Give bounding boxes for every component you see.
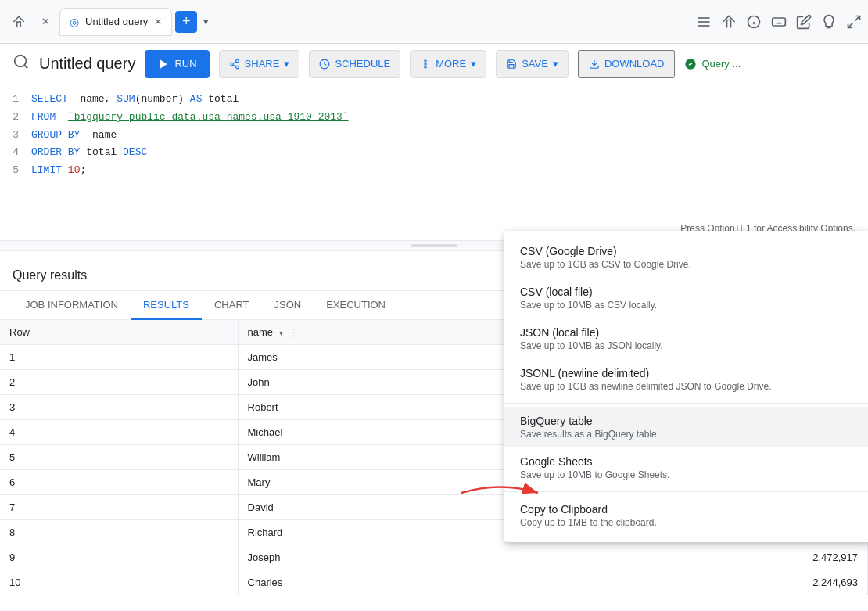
tab-results[interactable]: RESULTS bbox=[131, 291, 202, 320]
tab-more-button[interactable]: ▾ bbox=[203, 16, 209, 27]
info-icon[interactable] bbox=[746, 14, 762, 30]
tab-close-icon[interactable]: ✕ bbox=[154, 16, 162, 27]
more-button[interactable]: MORE ▾ bbox=[410, 50, 486, 78]
dropdown-item-desc: Save up to 1GB as CSV to Google Drive. bbox=[520, 259, 856, 270]
editor-line-3: 3 GROUP BY name bbox=[0, 127, 868, 145]
results-title: Query results bbox=[13, 268, 87, 282]
tab-chart[interactable]: CHART bbox=[202, 291, 262, 320]
save-button[interactable]: SAVE ▾ bbox=[496, 50, 569, 78]
download-button[interactable]: DOWNLOAD bbox=[578, 50, 676, 78]
svg-rect-6 bbox=[773, 18, 786, 26]
svg-point-25 bbox=[425, 59, 426, 61]
dropdown-item-desc: Save up to 1GB as newline delimited JSON… bbox=[520, 381, 856, 392]
dropdown-item-6[interactable]: Copy to ClipboardCopy up to 1MB to the c… bbox=[504, 495, 868, 536]
query-status: Query ... bbox=[684, 58, 741, 70]
col-header-row[interactable]: Row ⋮ bbox=[0, 320, 238, 345]
tab-label: Untitled query bbox=[85, 16, 148, 27]
query-search-icon bbox=[13, 53, 30, 74]
dropdown-item-title: Copy to Clipboard bbox=[520, 503, 856, 516]
editor-line-4: 4 ORDER BY total DESC bbox=[0, 144, 868, 162]
query-tab[interactable]: ◎ Untitled query ✕ bbox=[59, 8, 172, 36]
dropdown-item-title: CSV (local file) bbox=[520, 286, 856, 298]
tab-json[interactable]: JSON bbox=[261, 291, 314, 320]
schedule-button[interactable]: SCHEDULE bbox=[309, 50, 400, 78]
dropdown-item-title: Google Sheets bbox=[520, 455, 856, 468]
editor-line-5: 5 LIMIT 10; bbox=[0, 162, 868, 180]
svg-point-20 bbox=[235, 66, 239, 69]
new-tab-icon: + bbox=[182, 13, 191, 30]
run-button[interactable]: RUN bbox=[145, 50, 209, 78]
tab-query-icon: ◎ bbox=[70, 16, 79, 28]
dropdown-item-5[interactable]: Google SheetsSave up to 10MB to Google S… bbox=[504, 447, 868, 488]
bookmark-icon[interactable] bbox=[721, 14, 737, 30]
dropdown-item-title: JSONL (newline delimited) bbox=[520, 367, 856, 379]
chrome-tab-bar: ✕ ◎ Untitled query ✕ + ▾ bbox=[0, 0, 868, 44]
svg-point-24 bbox=[425, 63, 426, 64]
tab-job-information[interactable]: JOB INFORMATION bbox=[13, 291, 131, 320]
svg-point-15 bbox=[15, 56, 27, 67]
expand-icon[interactable] bbox=[846, 14, 862, 30]
dropdown-item-desc: Save up to 10MB to Google Sheets. bbox=[520, 469, 856, 480]
svg-line-16 bbox=[24, 65, 27, 68]
query-title: Untitled query bbox=[39, 55, 135, 73]
main-toolbar: Untitled query RUN SHARE ▾ SCHEDULE MORE… bbox=[0, 44, 868, 84]
dropdown-item-title: CSV (Google Drive) bbox=[520, 245, 856, 257]
svg-line-21 bbox=[233, 64, 236, 66]
dropdown-item-desc: Save up to 10MB as CSV locally. bbox=[520, 300, 856, 311]
dropdown-item-title: BigQuery table bbox=[520, 415, 856, 427]
svg-point-26 bbox=[425, 66, 426, 67]
svg-line-22 bbox=[233, 61, 236, 63]
svg-point-18 bbox=[235, 59, 239, 63]
svg-point-19 bbox=[230, 63, 233, 66]
edit-icon[interactable] bbox=[796, 14, 812, 30]
svg-marker-17 bbox=[160, 59, 167, 69]
dropdown-item-2[interactable]: JSON (local file)Save up to 10MB as JSON… bbox=[504, 318, 868, 359]
dropdown-item-1[interactable]: CSV (local file)Save up to 10MB as CSV l… bbox=[504, 278, 868, 318]
editor-line-1: 1 SELECT name, SUM(number) AS total bbox=[0, 91, 868, 109]
save-results-dropdown: CSV (Google Drive)Save up to 1GB as CSV … bbox=[504, 231, 868, 542]
dropdown-item-desc: Save results as a BigQuery table. bbox=[520, 429, 856, 440]
dropdown-item-title: JSON (local file) bbox=[520, 326, 856, 339]
lightbulb-icon[interactable] bbox=[821, 14, 837, 30]
table-row: 10Charles2,244,693 bbox=[0, 570, 868, 595]
keyboard-icon[interactable] bbox=[771, 14, 787, 30]
svg-line-13 bbox=[855, 16, 860, 20]
share-chevron: ▾ bbox=[284, 58, 289, 70]
editor-line-2: 2 FROM `bigquery-public-data.usa_names.u… bbox=[0, 109, 868, 127]
svg-line-14 bbox=[848, 23, 853, 27]
dropdown-item-desc: Copy up to 1MB to the clipboard. bbox=[520, 517, 856, 528]
dropdown-item-desc: Save up to 10MB as JSON locally. bbox=[520, 340, 856, 351]
more-chevron: ▾ bbox=[471, 58, 476, 70]
dropdown-item-0[interactable]: CSV (Google Drive)Save up to 1GB as CSV … bbox=[504, 237, 868, 278]
chrome-actions bbox=[696, 14, 862, 30]
table-row: 9Joseph2,472,917 bbox=[0, 545, 868, 570]
new-tab-button[interactable]: + bbox=[175, 11, 197, 33]
home-button[interactable] bbox=[6, 9, 31, 34]
menu-icon[interactable] bbox=[696, 14, 712, 30]
tab-close-left[interactable]: ✕ bbox=[34, 11, 56, 33]
share-button[interactable]: SHARE ▾ bbox=[219, 50, 300, 78]
dropdown-item-3[interactable]: JSONL (newline delimited)Save up to 1GB … bbox=[504, 359, 868, 400]
code-editor[interactable]: 1 SELECT name, SUM(number) AS total 2 FR… bbox=[0, 84, 868, 241]
tab-execution[interactable]: EXECUTION bbox=[314, 291, 398, 320]
dropdown-item-4[interactable]: BigQuery tableSave results as a BigQuery… bbox=[504, 407, 868, 447]
save-chevron: ▾ bbox=[553, 58, 558, 70]
